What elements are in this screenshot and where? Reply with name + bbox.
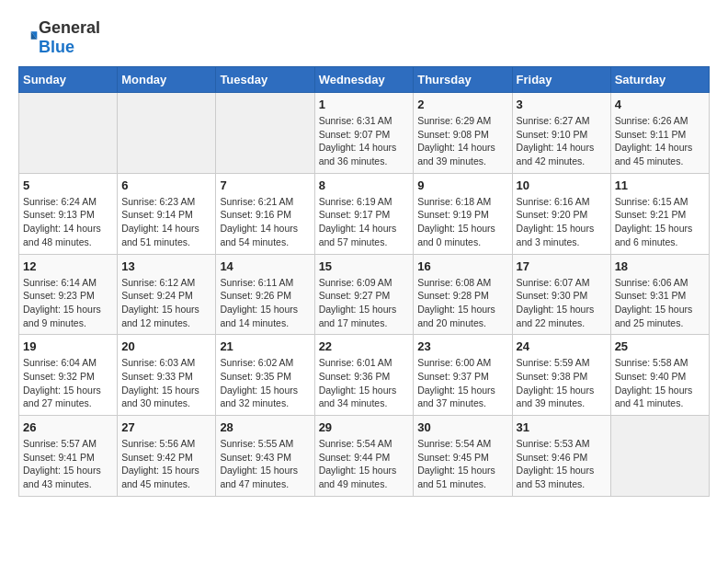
day-info: Sunrise: 6:12 AM Sunset: 9:24 PM Dayligh… [121, 276, 211, 330]
day-info: Sunrise: 6:15 AM Sunset: 9:21 PM Dayligh… [615, 195, 705, 249]
day-number: 9 [417, 178, 507, 192]
day-number: 22 [319, 339, 410, 353]
day-number: 20 [121, 339, 211, 353]
day-info: Sunrise: 6:07 AM Sunset: 9:30 PM Dayligh… [517, 276, 607, 330]
day-number: 14 [220, 259, 310, 273]
weekday-header-friday: Friday [512, 67, 610, 93]
calendar-cell: 28Sunrise: 5:55 AM Sunset: 9:43 PM Dayli… [216, 416, 314, 497]
calendar-cell: 19Sunrise: 6:04 AM Sunset: 9:32 PM Dayli… [19, 335, 118, 416]
day-info: Sunrise: 6:02 AM Sunset: 9:35 PM Dayligh… [220, 356, 310, 410]
calendar-cell: 3Sunrise: 6:27 AM Sunset: 9:10 PM Daylig… [512, 93, 610, 174]
day-info: Sunrise: 6:08 AM Sunset: 9:28 PM Dayligh… [417, 276, 507, 330]
weekday-header-sunday: Sunday [19, 67, 118, 93]
day-info: Sunrise: 5:59 AM Sunset: 9:38 PM Dayligh… [517, 356, 607, 410]
calendar-cell [216, 93, 314, 174]
day-number: 6 [121, 178, 211, 192]
day-number: 11 [615, 178, 705, 192]
page-header: General Blue [18, 18, 710, 57]
day-number: 19 [23, 339, 113, 353]
logo: General Blue [18, 18, 100, 57]
weekday-header-monday: Monday [118, 67, 216, 93]
day-number: 12 [23, 259, 113, 273]
calendar-cell: 5Sunrise: 6:24 AM Sunset: 9:13 PM Daylig… [19, 173, 118, 254]
day-number: 16 [417, 259, 507, 273]
day-number: 5 [23, 178, 113, 192]
calendar-cell: 7Sunrise: 6:21 AM Sunset: 9:16 PM Daylig… [216, 173, 314, 254]
calendar-cell: 14Sunrise: 6:11 AM Sunset: 9:26 PM Dayli… [216, 254, 314, 335]
day-info: Sunrise: 6:11 AM Sunset: 9:26 PM Dayligh… [220, 276, 310, 330]
day-info: Sunrise: 6:27 AM Sunset: 9:10 PM Dayligh… [517, 114, 607, 168]
calendar-body: 1Sunrise: 6:31 AM Sunset: 9:07 PM Daylig… [19, 93, 710, 497]
day-number: 24 [517, 339, 607, 353]
calendar-week-row: 19Sunrise: 6:04 AM Sunset: 9:32 PM Dayli… [19, 335, 710, 416]
day-number: 25 [615, 339, 705, 353]
day-info: Sunrise: 6:06 AM Sunset: 9:31 PM Dayligh… [615, 276, 705, 330]
calendar-cell [19, 93, 118, 174]
weekday-header-row: SundayMondayTuesdayWednesdayThursdayFrid… [19, 67, 710, 93]
day-info: Sunrise: 6:18 AM Sunset: 9:19 PM Dayligh… [417, 195, 507, 249]
day-info: Sunrise: 5:58 AM Sunset: 9:40 PM Dayligh… [615, 356, 705, 410]
calendar-cell: 9Sunrise: 6:18 AM Sunset: 9:19 PM Daylig… [414, 173, 512, 254]
weekday-header-saturday: Saturday [610, 67, 709, 93]
calendar-cell: 31Sunrise: 5:53 AM Sunset: 9:46 PM Dayli… [512, 416, 610, 497]
day-info: Sunrise: 6:31 AM Sunset: 9:07 PM Dayligh… [319, 114, 410, 168]
calendar-week-row: 12Sunrise: 6:14 AM Sunset: 9:23 PM Dayli… [19, 254, 710, 335]
day-info: Sunrise: 6:21 AM Sunset: 9:16 PM Dayligh… [220, 195, 310, 249]
logo-blue: Blue [39, 38, 74, 56]
calendar-cell: 11Sunrise: 6:15 AM Sunset: 9:21 PM Dayli… [610, 173, 709, 254]
day-number: 1 [319, 98, 410, 111]
day-info: Sunrise: 6:29 AM Sunset: 9:08 PM Dayligh… [417, 114, 507, 168]
calendar-cell: 22Sunrise: 6:01 AM Sunset: 9:36 PM Dayli… [314, 335, 414, 416]
calendar-cell: 1Sunrise: 6:31 AM Sunset: 9:07 PM Daylig… [314, 93, 414, 174]
calendar-cell: 15Sunrise: 6:09 AM Sunset: 9:27 PM Dayli… [314, 254, 414, 335]
day-info: Sunrise: 6:04 AM Sunset: 9:32 PM Dayligh… [23, 356, 113, 410]
day-info: Sunrise: 5:57 AM Sunset: 9:41 PM Dayligh… [23, 437, 113, 491]
day-number: 2 [417, 98, 507, 111]
day-number: 23 [417, 339, 507, 353]
day-info: Sunrise: 6:26 AM Sunset: 9:11 PM Dayligh… [615, 114, 705, 168]
day-number: 27 [121, 420, 211, 434]
day-info: Sunrise: 6:24 AM Sunset: 9:13 PM Dayligh… [23, 195, 113, 249]
calendar-week-row: 26Sunrise: 5:57 AM Sunset: 9:41 PM Dayli… [19, 416, 710, 497]
calendar-cell: 21Sunrise: 6:02 AM Sunset: 9:35 PM Dayli… [216, 335, 314, 416]
day-number: 15 [319, 259, 410, 273]
day-info: Sunrise: 5:56 AM Sunset: 9:42 PM Dayligh… [121, 437, 211, 491]
calendar-cell: 6Sunrise: 6:23 AM Sunset: 9:14 PM Daylig… [118, 173, 216, 254]
day-info: Sunrise: 6:00 AM Sunset: 9:37 PM Dayligh… [417, 356, 507, 410]
day-info: Sunrise: 6:09 AM Sunset: 9:27 PM Dayligh… [319, 276, 410, 330]
day-info: Sunrise: 5:53 AM Sunset: 9:46 PM Dayligh… [517, 437, 607, 491]
day-number: 7 [220, 178, 310, 192]
day-number: 4 [615, 98, 705, 111]
calendar-cell: 24Sunrise: 5:59 AM Sunset: 9:38 PM Dayli… [512, 335, 610, 416]
day-info: Sunrise: 5:55 AM Sunset: 9:43 PM Dayligh… [220, 437, 310, 491]
day-info: Sunrise: 6:16 AM Sunset: 9:20 PM Dayligh… [517, 195, 607, 249]
calendar-cell: 12Sunrise: 6:14 AM Sunset: 9:23 PM Dayli… [19, 254, 118, 335]
calendar-cell: 17Sunrise: 6:07 AM Sunset: 9:30 PM Dayli… [512, 254, 610, 335]
day-number: 17 [517, 259, 607, 273]
day-number: 31 [517, 420, 607, 434]
day-info: Sunrise: 5:54 AM Sunset: 9:44 PM Dayligh… [319, 437, 410, 491]
calendar-cell: 29Sunrise: 5:54 AM Sunset: 9:44 PM Dayli… [314, 416, 414, 497]
day-info: Sunrise: 6:01 AM Sunset: 9:36 PM Dayligh… [319, 356, 410, 410]
weekday-header-thursday: Thursday [414, 67, 512, 93]
day-number: 18 [615, 259, 705, 273]
day-number: 13 [121, 259, 211, 273]
day-number: 3 [517, 98, 607, 111]
weekday-header-tuesday: Tuesday [216, 67, 314, 93]
calendar-cell: 26Sunrise: 5:57 AM Sunset: 9:41 PM Dayli… [19, 416, 118, 497]
day-info: Sunrise: 6:03 AM Sunset: 9:33 PM Dayligh… [121, 356, 211, 410]
day-number: 10 [517, 178, 607, 192]
calendar-cell: 8Sunrise: 6:19 AM Sunset: 9:17 PM Daylig… [314, 173, 414, 254]
day-info: Sunrise: 6:19 AM Sunset: 9:17 PM Dayligh… [319, 195, 410, 249]
calendar-week-row: 1Sunrise: 6:31 AM Sunset: 9:07 PM Daylig… [19, 93, 710, 174]
calendar-cell [610, 416, 709, 497]
calendar-week-row: 5Sunrise: 6:24 AM Sunset: 9:13 PM Daylig… [19, 173, 710, 254]
calendar-cell: 13Sunrise: 6:12 AM Sunset: 9:24 PM Dayli… [118, 254, 216, 335]
day-number: 8 [319, 178, 410, 192]
calendar-cell: 16Sunrise: 6:08 AM Sunset: 9:28 PM Dayli… [414, 254, 512, 335]
day-info: Sunrise: 5:54 AM Sunset: 9:45 PM Dayligh… [417, 437, 507, 491]
day-number: 29 [319, 420, 410, 434]
calendar-cell: 10Sunrise: 6:16 AM Sunset: 9:20 PM Dayli… [512, 173, 610, 254]
calendar-table: SundayMondayTuesdayWednesdayThursdayFrid… [18, 66, 710, 497]
calendar-cell: 27Sunrise: 5:56 AM Sunset: 9:42 PM Dayli… [118, 416, 216, 497]
